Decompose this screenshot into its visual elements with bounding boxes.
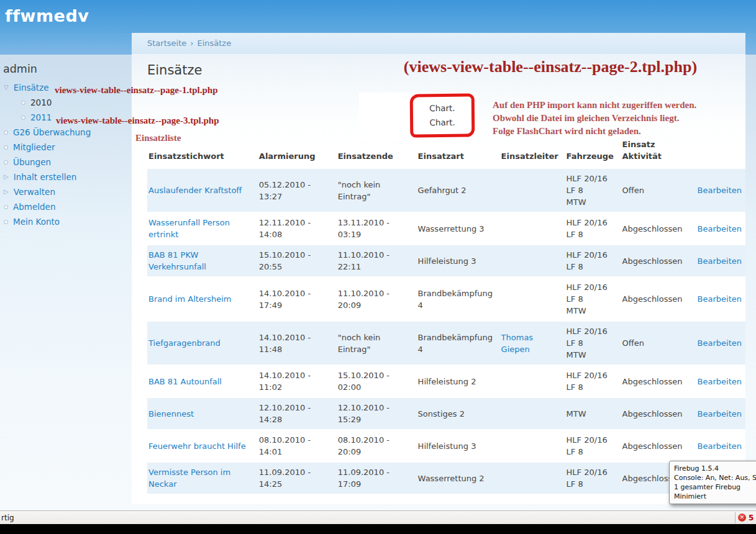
status-text: rtig [1,514,14,522]
col-einsatzstichwort: Einsatzstichwort [147,138,258,168]
sidebar-item-mein-konto[interactable]: Mein Konto [4,214,132,229]
bullet-icon [21,115,25,120]
einsatz-link[interactable]: BAB 81 Autounfall [148,377,222,386]
cell-alarmierung: 08.10.2010 - 14:01 [258,430,337,462]
sidebar-username: admin [3,63,132,75]
cell-fahrzeuge: HLF 20/16 LF 8 [565,245,621,277]
einsatz-link[interactable]: BAB 81 PKW Verkehrsunfall [148,250,206,271]
bullet-icon [21,101,25,105]
cell-alarmierung: 14.10.2010 - 11:02 [258,365,337,397]
status-separator [735,512,736,523]
main-content: Startseite›Einsätze Einsätze (views-view… [132,33,745,504]
einsatzleiter-link[interactable]: Thomas Giepen [501,333,534,354]
firebug-tooltip-line: 1 gesamter Firebug [674,482,756,492]
bullet-icon [4,130,8,135]
firebug-tooltip-line: Minimiert [674,492,756,501]
breadcrumb-current: Einsätze [197,38,231,48]
edit-link[interactable]: Bearbeiten [698,294,742,304]
cell-alarmierung: 12.11.2010 - 14:08 [258,212,337,245]
einsatz-link[interactable]: Brand im Altersheim [148,294,232,304]
cell-aktivitaet: Abgeschlossen [621,277,696,321]
col-fahrzeuge: Fahrzeuge [565,138,621,168]
breadcrumb-home-link[interactable]: Startseite [147,38,186,48]
cell-einsatzart: Brandbekämpfung 4 [417,277,500,321]
einsatz-link[interactable]: Wasserunfall Person ertrinkt [148,218,230,239]
page-title: Einsätze [147,63,202,78]
cell-aktivitaet: Abgeschlossen [621,245,696,277]
edit-link[interactable]: Bearbeiten [698,409,742,419]
edit-link[interactable]: Bearbeiten [698,224,742,233]
cell-einsatzart: Hilfeleistung 2 [417,365,500,397]
einsatz-table: Einsatzstichwort Alarmierung Einsatzende… [147,138,745,494]
einsatz-link[interactable]: Feuerwehr braucht Hilfe [148,441,246,451]
table-row: Tiefgaragenbrand 14.10.2010 - 11:48 "noc… [147,321,745,365]
breadcrumb: Startseite›Einsätze [132,33,745,54]
edit-link[interactable]: Bearbeiten [698,377,742,386]
firebug-tooltip-title: Firebug 1.5.4 [674,464,756,473]
cell-einsatzart: Gefahrgut 2 [417,168,500,212]
col-einsatzart: Einsatzart [417,138,500,168]
col-aktion [696,138,746,168]
error-count[interactable]: 5 [749,514,754,522]
sidebar-menu: ▽ Einsätze 2010 2011 G26 Überwachung Mit… [0,80,132,229]
table-row: Feuerwehr braucht Hilfe 08.10.2010 - 14:… [147,430,745,462]
cell-alarmierung: 14.10.2010 - 11:48 [258,321,337,365]
firebug-tooltip-line: Console: An, Net: Aus, Scr [674,473,756,482]
einsatz-link[interactable]: Bienennest [148,409,194,419]
cell-einsatzart: Hilfeleistung 3 [417,430,500,462]
cell-einsatzart: Hilfeleistung 3 [417,245,500,277]
screen-bottom-filler [0,525,756,534]
edit-link[interactable]: Bearbeiten [698,256,742,266]
sidebar-item-abmelden[interactable]: Abmelden [4,199,132,214]
browser-status-bar: rtig ✕ 5 [0,510,756,524]
firebug-error-icon[interactable]: ✕ [738,514,746,522]
cell-einsatzleiter [500,245,565,277]
cell-einsatzleiter [500,212,565,245]
table-row: Bienennest 12.10.2010 - 14:28 12.10.2010… [147,397,745,430]
einsatz-link[interactable]: Vermisste Person im Neckar [148,468,230,489]
annotation-template-file-page3: views-view-table--einsatz--page-3.tpl.ph… [56,115,219,126]
sidebar-item-inhalt-erstellen[interactable]: ▷ Inhalt erstellen [4,170,132,184]
einsatz-table-wrapper: Einsatzstichwort Alarmierung Einsatzende… [147,138,745,494]
cell-fahrzeuge: HLF 20/16 LF 8 [565,462,621,494]
cell-einsatzleiter [500,430,565,462]
app-header: ffwmedv [0,0,756,33]
cell-alarmierung: 12.10.2010 - 14:28 [258,397,337,430]
bullet-icon [4,220,8,224]
cell-einsatzart: Wasserrettung 3 [417,212,500,245]
cell-fahrzeuge: HLF 20/16 LF 8 MTW [565,321,621,365]
sidebar-item-mitglieder[interactable]: Mitglieder [4,140,132,155]
table-row: Auslaufender Kraftstoff 05.12.2010 - 13:… [147,168,745,212]
cell-fahrzeuge: HLF 20/16 LF 8 [565,212,621,245]
sidebar-item-2010[interactable]: 2010 [21,95,132,110]
einsatz-link[interactable]: Auslaufender Kraftstoff [148,186,242,195]
app-logo[interactable]: ffwmedv [5,6,89,25]
cell-einsatzleiter [500,462,565,494]
cell-alarmierung: 15.10.2010 - 20:55 [258,245,337,277]
cell-fahrzeuge: HLF 20/16 LF 8 [565,365,621,397]
edit-link[interactable]: Bearbeiten [698,441,742,451]
cell-aktivitaet: Abgeschlossen [621,430,696,462]
edit-link[interactable]: Bearbeiten [698,186,742,195]
cell-alarmierung: 05.12.2010 - 13:27 [258,168,337,212]
cell-aktivitaet: Abgeschlossen [621,397,696,430]
annotation-template-file-page1: views-view-table--einsatz--page-1.tpl.ph… [55,85,217,96]
chevron-right-icon: ▷ [4,174,9,180]
cell-aktivitaet: Abgeschlossen [621,365,696,397]
sidebar-item-uebungen[interactable]: Übungen [4,155,132,170]
table-row: BAB 81 PKW Verkehrsunfall 15.10.2010 - 2… [147,245,745,277]
table-header-row: Einsatzstichwort Alarmierung Einsatzende… [147,138,745,168]
cell-einsatzende: 11.10.2010 - 22:11 [337,245,417,277]
cell-fahrzeuge: HLF 20/16 LF 8 MTW [565,168,621,212]
edit-link[interactable]: Bearbeiten [698,338,742,348]
col-einsatzende: Einsatzende [337,138,417,168]
cell-einsatzart: Wasserrettung 2 [417,462,500,494]
cell-einsatzart: Sonstiges 2 [417,397,500,430]
cell-fahrzeuge: HLF 20/16 LF 8 [565,430,621,462]
sidebar-item-verwalten[interactable]: ▷ Verwalten [4,184,132,199]
sidebar-item-g26[interactable]: G26 Überwachung [4,125,132,140]
cell-einsatzende: 13.11.2010 - 03:19 [337,212,417,245]
cell-fahrzeuge: MTW [565,397,621,430]
cell-einsatzende: 15.10.2010 - 02:00 [337,365,417,397]
einsatz-link[interactable]: Tiefgaragenbrand [148,338,221,348]
